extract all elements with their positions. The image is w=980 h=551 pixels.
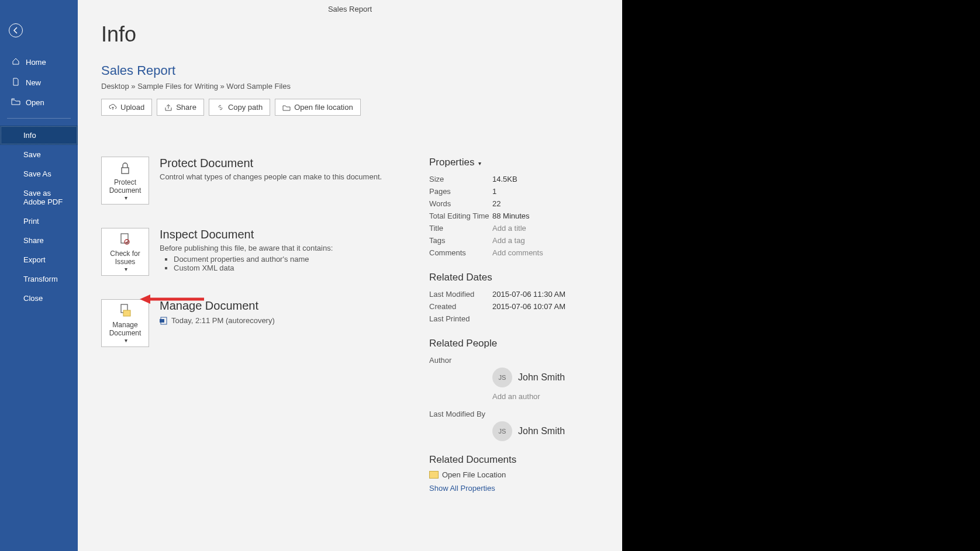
svg-rect-0 (122, 168, 129, 174)
svg-rect-4 (123, 310, 130, 316)
prop-label: Pages (429, 187, 492, 196)
backstage-view: Home New Open Info Save Save As Save as … (0, 0, 622, 551)
prop-label: Comments (429, 248, 492, 257)
related-people-heading: Related People (429, 338, 599, 349)
modified-by-person[interactable]: JS John Smith (492, 421, 599, 441)
avatar: JS (492, 368, 512, 387)
svg-rect-6 (160, 319, 164, 323)
author-person[interactable]: JS John Smith (492, 368, 599, 387)
upload-icon (109, 103, 117, 112)
autorecover-version[interactable]: Today, 2:11 PM (autorecovery) (160, 316, 275, 325)
modified-by-name: John Smith (518, 426, 565, 436)
sidebar-item-info[interactable]: Info (0, 126, 78, 145)
section-desc: Control what types of changes people can… (160, 172, 382, 181)
issue-item: Document properties and author's name (174, 255, 333, 264)
issues-list: Document properties and author's name Cu… (160, 255, 333, 272)
section-title: Protect Document (160, 157, 382, 170)
manage-document-section: Manage Document▾ Manage Document Today, … (101, 299, 417, 347)
prop-label: Total Editing Time (429, 212, 492, 220)
breadcrumb-path: Desktop » Sample Files for Writing » Wor… (101, 82, 599, 91)
prop-comments-input[interactable]: Add comments (492, 248, 543, 257)
sidebar-item-print[interactable]: Print (0, 212, 78, 231)
chevron-down-icon: ▾ (125, 266, 127, 272)
add-author-link[interactable]: Add an author (492, 392, 599, 401)
main-content: Sales Report Info Sales Report Desktop »… (78, 0, 622, 551)
share-icon (164, 103, 172, 112)
issue-item: Custom XML data (174, 264, 333, 272)
sidebar-item-close[interactable]: Close (0, 289, 78, 308)
prop-label: Last Modified (429, 290, 492, 299)
sidebar-item-open[interactable]: Open (0, 93, 78, 112)
sidebar-item-save-adobe[interactable]: Save as Adobe PDF (0, 183, 78, 212)
author-name: John Smith (518, 372, 565, 383)
properties-panel: Properties ▾ Size14.5KB Pages1 Words22 T… (429, 157, 599, 493)
folder-open-icon (11, 98, 21, 107)
folder-icon (429, 471, 439, 479)
prop-label: Last Modified By (429, 410, 492, 418)
check-for-issues-button[interactable]: Check for Issues▾ (101, 228, 149, 276)
home-icon (11, 57, 21, 67)
prop-label: Words (429, 199, 492, 208)
lock-icon (118, 161, 133, 176)
word-doc-icon (160, 317, 168, 325)
share-button[interactable]: Share (157, 99, 204, 116)
upload-button[interactable]: Upload (101, 99, 152, 116)
protect-document-button[interactable]: Protect Document▾ (101, 157, 149, 205)
open-file-location-link[interactable]: Open File Location (429, 470, 599, 479)
avatar: JS (492, 421, 512, 441)
copy-path-button[interactable]: Copy path (209, 99, 270, 116)
titlebar-document-name: Sales Report (78, 5, 622, 13)
chevron-down-icon: ▾ (125, 195, 127, 201)
prop-label: Created (429, 302, 492, 311)
prop-label: Size (429, 175, 492, 183)
sidebar-label: New (26, 78, 41, 87)
prop-label: Tags (429, 236, 492, 245)
inspect-document-section: Check for Issues▾ Inspect Document Befor… (101, 228, 417, 276)
svg-point-2 (125, 240, 129, 244)
show-all-properties-link[interactable]: Show All Properties (429, 484, 599, 493)
prop-label: Author (429, 356, 492, 365)
open-file-location-button[interactable]: Open file location (275, 99, 360, 116)
prop-value-size: 14.5KB (492, 175, 517, 183)
sidebar-item-export[interactable]: Export (0, 250, 78, 269)
prop-value-words: 22 (492, 199, 501, 208)
action-buttons: Upload Share Copy path Open file locatio… (101, 99, 599, 116)
prop-value-edit-time: 88 Minutes (492, 212, 530, 220)
protect-document-section: Protect Document▾ Protect Document Contr… (101, 157, 417, 205)
document-folder-icon (118, 303, 133, 318)
sidebar-label: Open (26, 98, 44, 107)
sidebar-item-save-as[interactable]: Save As (0, 164, 78, 183)
page-heading: Info (101, 22, 599, 47)
section-title: Manage Document (160, 299, 275, 313)
document-icon (11, 78, 21, 88)
related-dates-heading: Related Dates (429, 272, 599, 283)
sidebar-label: Home (26, 58, 46, 67)
prop-tags-input[interactable]: Add a tag (492, 236, 525, 245)
prop-value-created: 2015-07-06 10:07 AM (492, 302, 565, 311)
sidebar-item-transform[interactable]: Transform (0, 269, 78, 289)
sidebar-item-new[interactable]: New (0, 72, 78, 93)
related-documents-heading: Related Documents (429, 454, 599, 466)
arrow-left-icon (12, 26, 20, 34)
section-title: Inspect Document (160, 228, 333, 241)
chevron-down-icon: ▾ (125, 337, 127, 344)
link-icon (216, 103, 225, 112)
chevron-down-icon: ▾ (478, 160, 481, 167)
prop-value-last-modified: 2015-07-06 11:30 AM (492, 290, 565, 299)
sidebar-divider (7, 118, 71, 119)
folder-icon (282, 104, 291, 111)
sidebar-item-home[interactable]: Home (0, 52, 78, 72)
properties-heading[interactable]: Properties ▾ (429, 157, 599, 168)
inspect-icon (118, 232, 133, 247)
prop-value-pages: 1 (492, 187, 496, 196)
prop-title-input[interactable]: Add a title (492, 224, 526, 233)
sidebar-item-share[interactable]: Share (0, 231, 78, 250)
section-desc: Before publishing this file, be aware th… (160, 244, 333, 252)
sidebar-item-save[interactable]: Save (0, 145, 78, 164)
manage-document-button[interactable]: Manage Document▾ (101, 299, 149, 347)
back-button[interactable] (9, 23, 23, 37)
sidebar: Home New Open Info Save Save As Save as … (0, 0, 78, 551)
prop-label: Last Printed (429, 314, 492, 323)
document-title: Sales Report (101, 63, 599, 78)
prop-label: Title (429, 224, 492, 233)
